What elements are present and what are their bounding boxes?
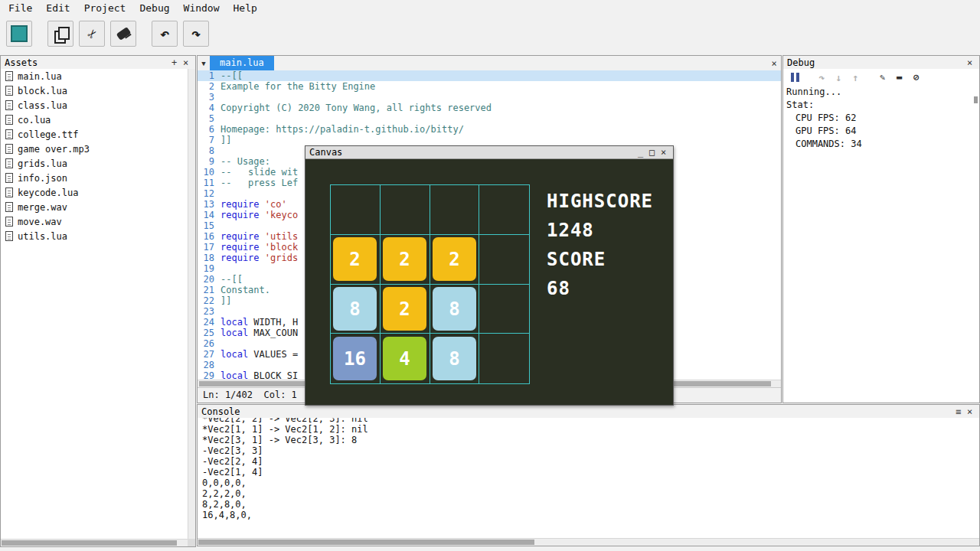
maximize-icon[interactable]: □ — [646, 147, 658, 158]
step-out-icon: ↑ — [853, 72, 859, 83]
menu-edit[interactable]: Edit — [39, 2, 77, 15]
line-number: 28 — [198, 360, 220, 370]
line-number: 2 — [198, 81, 220, 92]
step-into-button[interactable]: ↓ — [831, 70, 846, 84]
redo-button[interactable]: ↷ — [183, 21, 209, 47]
eraser-button[interactable] — [110, 21, 136, 47]
score-label: SCORE — [547, 245, 653, 274]
code-text: -- press Lef — [220, 178, 298, 188]
menu-project[interactable]: Project — [77, 2, 133, 15]
minimize-icon[interactable]: _ — [635, 147, 646, 158]
enable-breakpoints-button[interactable]: ▬ — [892, 70, 906, 84]
undo-button[interactable]: ↶ — [152, 21, 178, 47]
file-icon — [5, 86, 13, 96]
code-line: 4Copyright (C) 2020 Tony Wang, all right… — [198, 103, 781, 113]
asset-item-grids-lua[interactable]: grids.lua — [1, 156, 188, 171]
grid-cell — [331, 185, 381, 235]
assets-header: Assets + × — [1, 56, 195, 69]
canvas-window: Canvas _ □ × 2 2 2 8 2 8 16 4 8 HIGHSCOR… — [305, 145, 674, 406]
step-out-button[interactable]: ↑ — [848, 70, 863, 84]
asset-item-utils-lua[interactable]: utils.lua — [1, 229, 188, 243]
code-text: VALUES = — [248, 349, 298, 360]
line-number: 3 — [198, 92, 220, 103]
menu-bar: File Edit Project Debug Window Help — [0, 0, 980, 15]
code-text: require — [220, 231, 260, 242]
file-icon — [5, 202, 13, 212]
asset-item-block-lua[interactable]: block.lua — [1, 83, 188, 98]
asset-item-game-over-mp3[interactable]: game over.mp3 — [1, 142, 188, 156]
asset-item-college-ttf[interactable]: college.ttf — [1, 127, 188, 142]
cut-button[interactable]: ✂ — [79, 21, 105, 47]
code-text: BLOCK_SI — [248, 370, 298, 380]
game-tile: 8 — [333, 287, 377, 331]
add-asset-button[interactable]: + — [168, 57, 180, 68]
menu-window[interactable]: Window — [177, 2, 227, 15]
code-text: -- Usage: — [220, 156, 270, 167]
asset-item-class-lua[interactable]: class.lua — [1, 98, 188, 112]
asset-item-keycode-lua[interactable]: keycode.lua — [1, 185, 188, 200]
game-viewport[interactable]: 2 2 2 8 2 8 16 4 8 HIGHSCORE 1248 SCORE … — [305, 159, 673, 405]
asset-item-merge-wav[interactable]: merge.wav — [1, 200, 188, 214]
assets-vscrollbar[interactable] — [188, 69, 195, 539]
copy-icon — [54, 27, 67, 41]
assets-file-list[interactable]: main.lua block.lua class.lua co.lua coll… — [1, 69, 188, 539]
line-number: 7 — [198, 135, 220, 145]
line-number: 22 — [198, 295, 220, 306]
game-tile: 8 — [433, 287, 476, 331]
line-number: 14 — [198, 210, 220, 220]
game-tile: 16 — [333, 337, 377, 380]
line-number: 16 — [198, 231, 220, 242]
line-number: 24 — [198, 317, 220, 328]
copy-button[interactable] — [47, 21, 74, 47]
project-button[interactable] — [6, 21, 32, 47]
highscore-value: 1248 — [547, 216, 653, 245]
tab-main-lua[interactable]: main.lua — [210, 56, 274, 70]
eraser-icon — [116, 27, 131, 41]
console-close-button[interactable]: × — [964, 406, 975, 417]
code-text: 'block — [260, 242, 299, 253]
asset-item-main-lua[interactable]: main.lua — [1, 69, 188, 83]
debug-close-button[interactable]: × — [964, 57, 975, 68]
code-text: local — [220, 328, 248, 338]
asset-item-move-wav[interactable]: move.wav — [1, 214, 188, 229]
editor-close-icon[interactable]: × — [767, 58, 781, 69]
file-name: college.ttf — [18, 129, 78, 140]
line-number: 25 — [198, 328, 220, 338]
breakpoint-clear-icon: ⊘ — [913, 72, 919, 83]
line-number: 11 — [198, 178, 220, 188]
tab-dropdown-icon[interactable]: ▼ — [198, 60, 210, 67]
commands-stat: COMMANDS: 34 — [783, 138, 979, 151]
file-name: keycode.lua — [18, 187, 78, 198]
code-line: 5 — [198, 113, 781, 124]
score-value: 68 — [547, 274, 653, 303]
code-text: --[[ — [220, 274, 243, 285]
canvas-title-bar[interactable]: Canvas _ □ × — [305, 146, 673, 159]
canvas-close-icon[interactable]: × — [658, 147, 669, 158]
console-line: *Vec2[3, 1] -> Vec2[3, 3]: 8 — [198, 435, 979, 445]
menu-file[interactable]: File — [2, 2, 39, 15]
assets-close-button[interactable]: × — [180, 57, 191, 68]
clear-breakpoints-button[interactable]: ⊘ — [909, 70, 923, 84]
asset-item-info-json[interactable]: info.json — [1, 171, 188, 185]
line-number: 21 — [198, 285, 220, 295]
code-text: 'utils — [260, 231, 299, 242]
file-icon — [5, 173, 13, 183]
toggle-breakpoint-button[interactable]: ✎ — [875, 70, 890, 84]
file-icon — [5, 71, 13, 81]
pause-button[interactable] — [788, 70, 802, 84]
assets-hscroll-thumb[interactable] — [2, 540, 177, 546]
console-menu-button[interactable]: ≡ — [952, 406, 964, 417]
console-hscrollbar[interactable] — [198, 538, 979, 546]
debug-scroll-thumb[interactable] — [974, 96, 978, 103]
line-number: 1 — [198, 70, 220, 81]
console-hscroll-thumb[interactable] — [198, 540, 534, 545]
step-over-button[interactable]: ↷ — [815, 70, 829, 84]
debug-header: Debug × — [783, 56, 979, 69]
assets-hscrollbar[interactable] — [1, 539, 188, 546]
file-icon — [5, 115, 13, 125]
line-number: 17 — [198, 242, 220, 253]
menu-help[interactable]: Help — [227, 2, 264, 15]
asset-item-co-lua[interactable]: co.lua — [1, 112, 188, 127]
menu-debug[interactable]: Debug — [132, 2, 176, 15]
file-name: utils.lua — [18, 231, 67, 242]
